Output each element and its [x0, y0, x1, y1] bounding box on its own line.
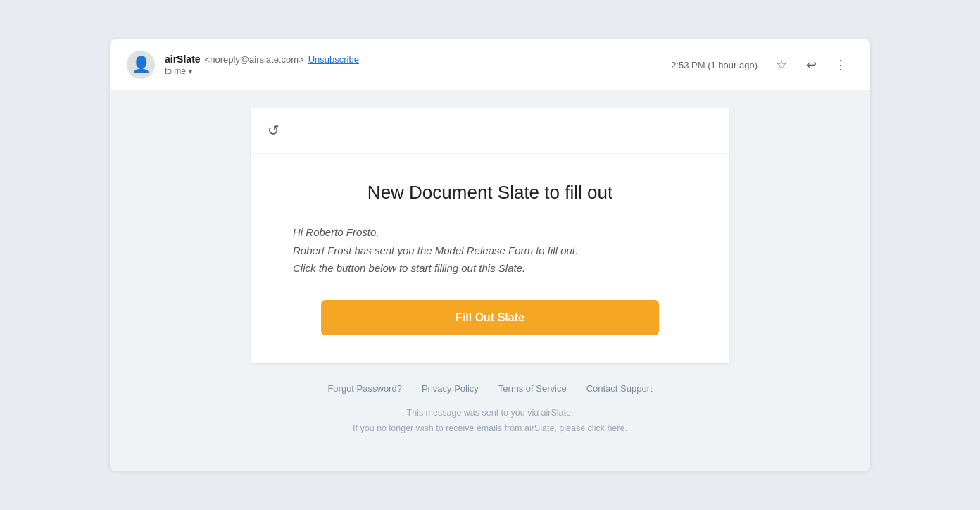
sender-name: airSlate	[165, 54, 201, 65]
fill-out-slate-button[interactable]: Fill Out Slate	[321, 300, 659, 335]
contact-support-link[interactable]: Contact Support	[586, 383, 653, 394]
reply-button[interactable]: ↩	[798, 52, 824, 77]
more-options-button[interactable]: ⋮	[828, 52, 853, 77]
avatar-icon: 👤	[132, 57, 151, 73]
email-logo-bar: ↺	[251, 108, 729, 154]
sender-details: airSlate <noreply@airslate.com> Unsubscr…	[165, 54, 359, 76]
email-content-card: ↺ New Document Slate to fill out Hi Robe…	[251, 108, 729, 363]
to-me-label: to me	[165, 66, 186, 76]
header-actions: 2:53 PM (1 hour ago) ☆ ↩ ⋮	[671, 52, 853, 77]
sender-name-line: airSlate <noreply@airslate.com> Unsubscr…	[165, 54, 359, 65]
email-title: New Document Slate to fill out	[293, 182, 687, 204]
email-timestamp: 2:53 PM (1 hour ago)	[671, 60, 758, 70]
footer-message-suffix: .	[624, 423, 627, 433]
email-body-line1: Robert Frost has sent you the Model Rele…	[293, 244, 578, 256]
footer-message: This message was sent to you via airSlat…	[251, 405, 729, 437]
forgot-password-link[interactable]: Forgot Password?	[327, 383, 402, 394]
click-here-link[interactable]: click here	[588, 423, 625, 433]
privacy-policy-link[interactable]: Privacy Policy	[422, 383, 479, 394]
to-me[interactable]: to me ▾	[165, 66, 359, 76]
terms-of-service-link[interactable]: Terms of Service	[498, 383, 567, 394]
email-body-text: Hi Roberto Frosto, Robert Frost has sent…	[293, 223, 687, 278]
star-button[interactable]: ☆	[769, 52, 794, 77]
airslate-logo-icon: ↺	[268, 122, 279, 139]
footer-message-prefix: If you no longer wish to receive emails …	[353, 423, 588, 433]
footer-links: Forgot Password? Privacy Policy Terms of…	[251, 383, 729, 394]
email-main-content: New Document Slate to fill out Hi Robert…	[251, 154, 729, 363]
star-icon: ☆	[776, 57, 787, 73]
email-greeting: Hi Roberto Frosto,	[293, 226, 379, 238]
footer-message-line1: This message was sent to you via airSlat…	[251, 405, 729, 421]
sender-email: <noreply@airslate.com>	[205, 54, 304, 65]
sender-info: 👤 airSlate <noreply@airslate.com> Unsubs…	[127, 51, 359, 79]
reply-icon: ↩	[806, 57, 817, 73]
unsubscribe-link[interactable]: Unsubscribe	[308, 54, 359, 65]
chevron-down-icon: ▾	[189, 68, 192, 75]
email-body-line2: Click the button below to start filling …	[293, 262, 525, 274]
avatar: 👤	[127, 51, 155, 79]
footer-message-line2: If you no longer wish to receive emails …	[251, 421, 729, 437]
email-card: 👤 airSlate <noreply@airslate.com> Unsubs…	[110, 39, 870, 471]
email-body: ↺ New Document Slate to fill out Hi Robe…	[110, 91, 870, 471]
email-header: 👤 airSlate <noreply@airslate.com> Unsubs…	[110, 39, 870, 91]
more-icon: ⋮	[834, 57, 847, 73]
email-footer: Forgot Password? Privacy Policy Terms of…	[251, 363, 729, 454]
